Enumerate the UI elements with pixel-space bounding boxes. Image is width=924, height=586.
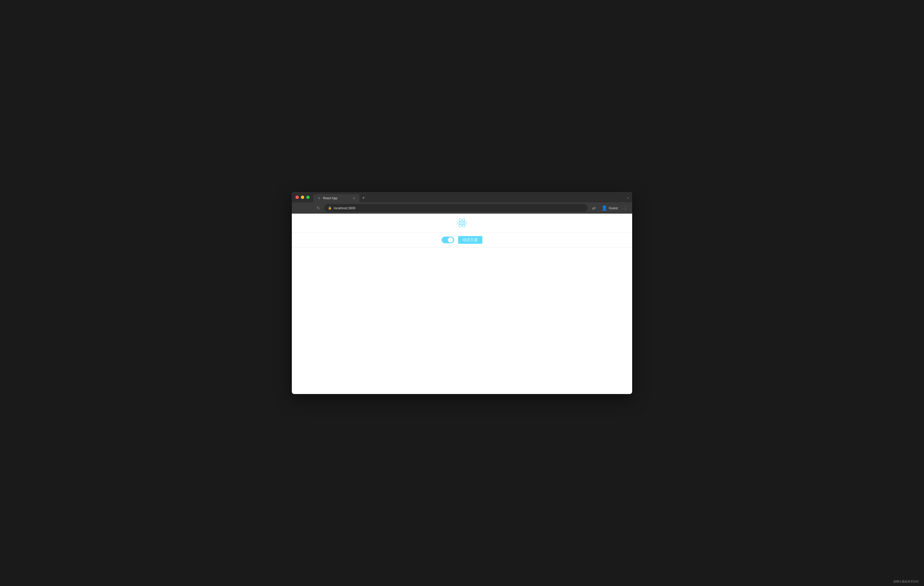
- forward-button[interactable]: →: [305, 204, 312, 212]
- close-button[interactable]: [295, 196, 299, 199]
- reload-button[interactable]: ↻: [315, 204, 322, 212]
- menu-icon[interactable]: ⋮: [622, 204, 629, 212]
- traffic-lights: [292, 196, 313, 199]
- browser-window: ⚛ React App ✕ + ⌄ ← → ↻ 🔒 localhost:3000…: [292, 192, 632, 394]
- app-toolbar: 动态主题: [292, 232, 632, 248]
- back-button[interactable]: ←: [295, 204, 302, 212]
- dynamic-theme-button[interactable]: 动态主题: [458, 236, 482, 244]
- svg-point-3: [462, 222, 463, 224]
- translate-icon[interactable]: ⇄: [590, 204, 597, 212]
- address-text: localhost:3000: [334, 206, 356, 210]
- new-tab-button[interactable]: +: [360, 194, 367, 202]
- tab-title: React App: [323, 196, 350, 200]
- tab-close-icon[interactable]: ✕: [352, 196, 356, 200]
- page-content: 动态主题: [292, 214, 632, 394]
- lock-icon: 🔒: [328, 206, 332, 210]
- footer-text: @稀土掘金技术社区: [893, 580, 919, 583]
- toggle-slider: [442, 237, 454, 243]
- tabs-bar: ⚛ React App ✕ +: [313, 192, 627, 202]
- toggle-switch[interactable]: [442, 237, 454, 243]
- app-main-content: [292, 248, 632, 394]
- expand-tabs-icon[interactable]: ⌄: [627, 195, 630, 199]
- address-bar-right: ⇄ 👤 Guest ⋮: [590, 204, 629, 212]
- react-logo-icon: [457, 218, 467, 228]
- title-bar: ⚛ React App ✕ + ⌄: [292, 192, 632, 202]
- address-input-wrapper[interactable]: 🔒 localhost:3000: [324, 204, 587, 212]
- active-tab[interactable]: ⚛ React App ✕: [313, 194, 360, 202]
- app-header: [292, 214, 632, 232]
- user-avatar-icon: 👤: [601, 205, 607, 211]
- address-bar: ← → ↻ 🔒 localhost:3000 ⇄ 👤 Guest ⋮: [292, 202, 632, 214]
- minimize-button[interactable]: [301, 196, 304, 199]
- footer-watermark: @稀土掘金技术社区: [893, 579, 919, 583]
- maximize-button[interactable]: [306, 196, 310, 199]
- user-label: Guest: [609, 206, 618, 210]
- tab-bar-right: ⌄: [627, 195, 632, 199]
- user-profile-button[interactable]: 👤 Guest: [599, 204, 620, 212]
- tab-favicon-icon: ⚛: [317, 196, 321, 200]
